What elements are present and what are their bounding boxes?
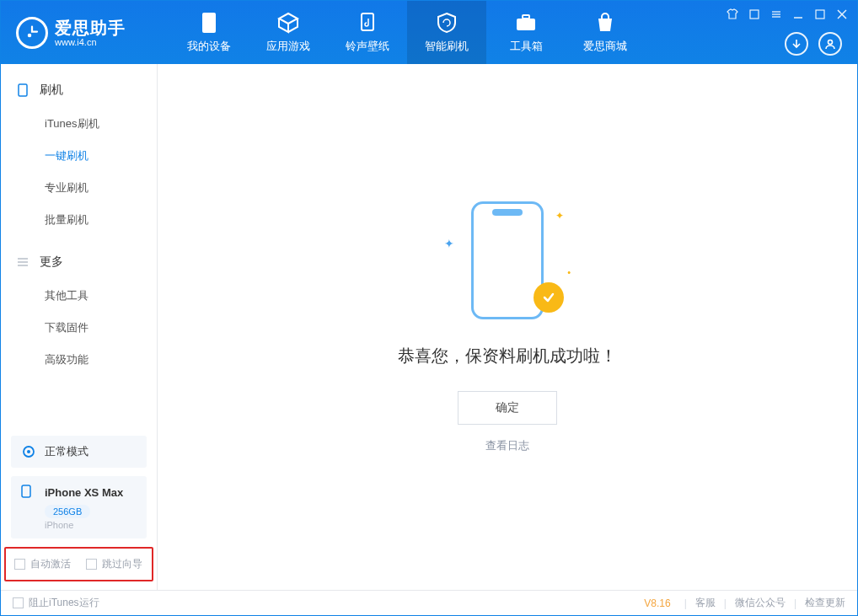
svg-rect-10 xyxy=(816,10,824,19)
sparkle-icon: ✦ xyxy=(555,210,564,222)
success-title: 恭喜您，保资料刷机成功啦！ xyxy=(398,345,617,367)
cycle-icon xyxy=(21,444,36,459)
sparkle-icon: ✦ xyxy=(444,237,454,250)
device-card[interactable]: iPhone XS Max 256GB iPhone xyxy=(11,476,147,538)
sparkle-icon: • xyxy=(567,267,571,277)
sidebar-item-batch-flash[interactable]: 批量刷机 xyxy=(1,204,157,236)
svg-rect-1 xyxy=(202,13,216,33)
phone-icon xyxy=(198,12,220,34)
checkbox-skip-guide[interactable]: 跳过向导 xyxy=(86,557,142,571)
checkbox-icon xyxy=(14,559,25,570)
checkbox-label: 跳过向导 xyxy=(102,557,142,571)
titlebar: 爱思助手 www.i4.cn 我的设备 应用游戏 铃声壁纸 智能刷机 xyxy=(1,1,857,64)
music-note-icon xyxy=(357,12,378,34)
mode-card[interactable]: 正常模式 xyxy=(11,436,147,468)
svg-point-13 xyxy=(829,40,833,45)
brand-name: 爱思助手 xyxy=(55,19,126,37)
nav-tab-label: 铃声壁纸 xyxy=(346,39,389,54)
titlebar-right-buttons xyxy=(785,32,842,56)
device-type: iPhone xyxy=(45,520,137,530)
cube-icon xyxy=(277,12,299,34)
nav-tab-ringtone[interactable]: 铃声壁纸 xyxy=(328,1,407,64)
menu-icon[interactable] xyxy=(770,8,783,21)
sidebar-header-more: 更多 xyxy=(1,244,157,280)
svg-rect-3 xyxy=(517,19,535,30)
sidebar-item-label: 下载固件 xyxy=(45,320,88,335)
shopping-bag-icon xyxy=(594,12,616,34)
sidebar-item-itunes-flash[interactable]: iTunes刷机 xyxy=(1,108,157,140)
nav-tab-label: 工具箱 xyxy=(510,39,543,54)
phone-illustration-icon xyxy=(471,201,544,319)
svg-point-19 xyxy=(27,450,30,453)
app-window: 爱思助手 www.i4.cn 我的设备 应用游戏 铃声壁纸 智能刷机 xyxy=(0,0,858,616)
footer-link-update[interactable]: 检查更新 xyxy=(805,596,845,610)
body: 刷机 iTunes刷机 一键刷机 专业刷机 批量刷机 更多 其他工具 下载固件 … xyxy=(1,64,857,590)
sidebar-header-label: 刷机 xyxy=(40,83,63,98)
nav-tab-device[interactable]: 我的设备 xyxy=(169,1,249,64)
sidebar-item-label: 其他工具 xyxy=(45,288,88,303)
maximize-icon[interactable] xyxy=(813,8,827,21)
main-content: ✦ ✦ • 恭喜您，保资料刷机成功啦！ 确定 查看日志 xyxy=(158,64,857,590)
nav-tabs: 我的设备 应用游戏 铃声壁纸 智能刷机 工具箱 爱思商城 xyxy=(169,1,645,64)
mode-card-label: 正常模式 xyxy=(45,444,88,459)
checkbox-icon xyxy=(13,597,24,608)
footer-link-wechat[interactable]: 微信公众号 xyxy=(735,596,786,610)
shield-refresh-icon xyxy=(436,12,458,34)
sidebar-item-label: 高级功能 xyxy=(45,352,88,367)
footer: 阻止iTunes运行 V8.16 | 客服 | 微信公众号 | 检查更新 xyxy=(1,590,857,615)
svg-rect-5 xyxy=(750,10,759,19)
nav-tab-apps[interactable]: 应用游戏 xyxy=(249,1,328,64)
checkbox-icon xyxy=(86,559,97,570)
user-button[interactable] xyxy=(818,32,842,56)
device-capacity: 256GB xyxy=(45,505,90,518)
checkbox-label: 阻止iTunes运行 xyxy=(29,596,99,610)
toolbox-icon xyxy=(515,12,537,34)
phone-small-icon xyxy=(21,485,36,500)
nav-tab-flash[interactable]: 智能刷机 xyxy=(407,1,486,64)
checkbox-block-itunes[interactable]: 阻止iTunes运行 xyxy=(13,596,99,610)
minimize-icon[interactable] xyxy=(791,8,805,21)
nav-tab-label: 爱思商城 xyxy=(583,39,627,54)
sidebar-item-label: iTunes刷机 xyxy=(45,116,99,131)
svg-rect-2 xyxy=(362,13,373,30)
logo: 爱思助手 www.i4.cn xyxy=(1,17,169,49)
sidebar-item-label: 专业刷机 xyxy=(45,180,88,196)
nav-tab-label: 应用游戏 xyxy=(266,39,310,54)
sidebar-item-oneclick-flash[interactable]: 一键刷机 xyxy=(1,140,157,172)
sidebar-header-label: 更多 xyxy=(40,254,63,270)
svg-rect-20 xyxy=(22,485,30,497)
nav-tab-label: 智能刷机 xyxy=(425,39,469,54)
success-illustration: ✦ ✦ • xyxy=(444,201,571,328)
tshirt-icon[interactable] xyxy=(726,8,739,21)
version-label: V8.16 xyxy=(644,597,670,609)
footer-link-support[interactable]: 客服 xyxy=(695,596,716,610)
brand-url: www.i4.cn xyxy=(55,37,126,47)
box-icon[interactable] xyxy=(748,8,761,21)
options-highlight: 自动激活 跳过向导 xyxy=(4,547,153,581)
nav-tab-toolbox[interactable]: 工具箱 xyxy=(486,1,566,64)
svg-rect-14 xyxy=(19,84,27,96)
sidebar: 刷机 iTunes刷机 一键刷机 专业刷机 批量刷机 更多 其他工具 下载固件 … xyxy=(1,64,158,590)
sidebar-item-pro-flash[interactable]: 专业刷机 xyxy=(1,172,157,204)
ok-button[interactable]: 确定 xyxy=(458,391,557,425)
svg-rect-4 xyxy=(523,15,529,19)
sidebar-header-flash: 刷机 xyxy=(1,72,157,108)
checkbox-label: 自动激活 xyxy=(30,557,71,571)
device-name: iPhone XS Max xyxy=(45,486,123,499)
device-icon xyxy=(16,83,29,97)
view-log-link[interactable]: 查看日志 xyxy=(485,438,529,453)
logo-icon xyxy=(16,17,48,49)
checkbox-auto-activate[interactable]: 自动激活 xyxy=(14,557,71,571)
close-icon[interactable] xyxy=(835,8,849,21)
sidebar-item-advanced[interactable]: 高级功能 xyxy=(1,344,157,376)
sidebar-item-download-firmware[interactable]: 下载固件 xyxy=(1,312,157,344)
download-button[interactable] xyxy=(785,32,808,56)
sidebar-item-other-tools[interactable]: 其他工具 xyxy=(1,280,157,312)
nav-tab-store[interactable]: 爱思商城 xyxy=(566,1,645,64)
check-badge-icon xyxy=(534,282,564,313)
window-controls xyxy=(726,8,849,21)
sidebar-item-label: 批量刷机 xyxy=(45,212,88,228)
nav-tab-label: 我的设备 xyxy=(187,39,231,54)
sidebar-item-label: 一键刷机 xyxy=(45,148,88,163)
svg-point-0 xyxy=(28,33,32,37)
